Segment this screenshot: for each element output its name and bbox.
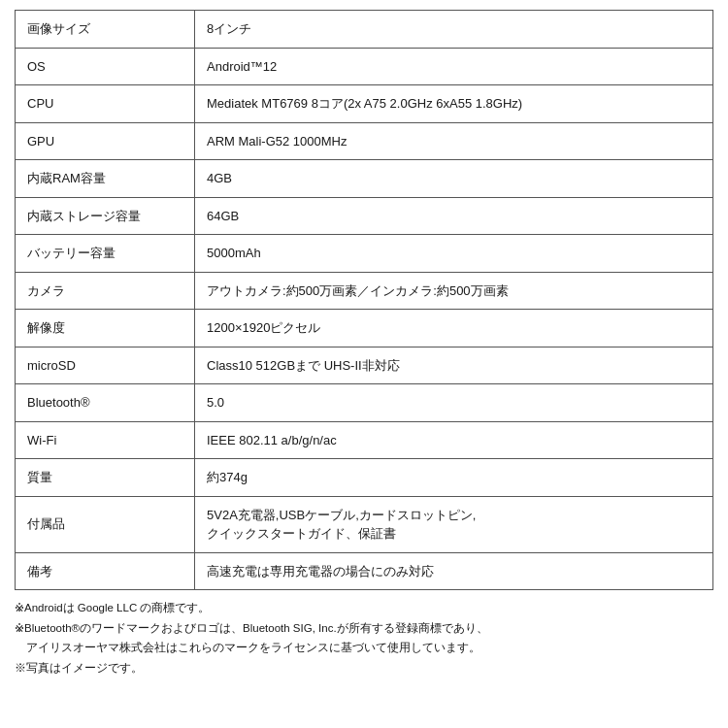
spec-label: 画像サイズ	[16, 11, 195, 49]
spec-label: microSD	[16, 347, 195, 384]
note-line: ※写真はイメージです。	[15, 658, 713, 678]
spec-label: CPU	[16, 85, 195, 123]
spec-value: 5.0	[195, 384, 713, 422]
spec-label: カメラ	[16, 272, 195, 310]
spec-value: Android™12	[195, 48, 713, 85]
note-line: アイリスオーヤマ株式会社はこれらのマークをライセンスに基づいて使用しています。	[15, 638, 713, 658]
table-row: 解像度1200×1920ピクセル	[16, 310, 713, 347]
spec-value: 5V2A充電器,USBケーブル,カードスロットピン,クイックスタートガイド、保証…	[195, 496, 713, 552]
spec-label: バッテリー容量	[16, 235, 195, 273]
spec-label: Bluetooth®	[16, 384, 195, 422]
table-row: OSAndroid™12	[16, 48, 713, 85]
spec-value: IEEE 802.11 a/b/g/n/ac	[195, 421, 713, 459]
table-row: Wi-FiIEEE 802.11 a/b/g/n/ac	[16, 421, 713, 459]
spec-label: 備考	[16, 552, 195, 590]
spec-label: 内蔵RAM容量	[16, 160, 195, 198]
spec-value: 64GB	[195, 197, 713, 235]
spec-label: 解像度	[16, 310, 195, 347]
table-row: microSDClass10 512GBまで UHS-II非対応	[16, 347, 713, 384]
spec-label: Wi-Fi	[16, 421, 195, 459]
spec-label: 付属品	[16, 496, 195, 552]
table-row: 質量約374g	[16, 459, 713, 497]
table-row: 画像サイズ8インチ	[16, 11, 713, 49]
spec-value: 4GB	[195, 160, 713, 198]
spec-value: 5000mAh	[195, 235, 713, 273]
spec-value: Class10 512GBまで UHS-II非対応	[195, 347, 713, 384]
table-row: 内蔵RAM容量4GB	[16, 160, 713, 198]
spec-value: ARM Mali-G52 1000MHz	[195, 122, 713, 160]
spec-value: 8インチ	[195, 11, 713, 49]
spec-label: 内蔵ストレージ容量	[16, 197, 195, 235]
table-row: 付属品5V2A充電器,USBケーブル,カードスロットピン,クイックスタートガイド…	[16, 496, 713, 552]
table-row: GPUARM Mali-G52 1000MHz	[16, 122, 713, 160]
spec-value: アウトカメラ:約500万画素／インカメラ:約500万画素	[195, 272, 713, 310]
spec-label: GPU	[16, 122, 195, 160]
note-line: ※Bluetooth®のワードマークおよびロゴは、Bluetooth SIG, …	[15, 618, 713, 639]
table-row: Bluetooth®5.0	[16, 384, 713, 422]
table-row: 内蔵ストレージ容量64GB	[16, 197, 713, 235]
notes-section: ※Androidは Google LLC の商標です。※Bluetooth®のワ…	[15, 598, 713, 678]
table-row: カメラアウトカメラ:約500万画素／インカメラ:約500万画素	[16, 272, 713, 310]
spec-value: 1200×1920ピクセル	[195, 310, 713, 347]
table-row: 備考高速充電は専用充電器の場合にのみ対応	[16, 552, 713, 590]
note-line: ※Androidは Google LLC の商標です。	[15, 598, 713, 618]
table-row: CPUMediatek MT6769 8コア(2x A75 2.0GHz 6xA…	[16, 85, 713, 123]
spec-label: 質量	[16, 459, 195, 497]
spec-table: 画像サイズ8インチOSAndroid™12CPUMediatek MT6769 …	[15, 10, 713, 590]
table-row: バッテリー容量5000mAh	[16, 235, 713, 273]
spec-label: OS	[16, 48, 195, 85]
spec-value: Mediatek MT6769 8コア(2x A75 2.0GHz 6xA55 …	[195, 85, 713, 123]
spec-value: 高速充電は専用充電器の場合にのみ対応	[195, 552, 713, 590]
spec-value: 約374g	[195, 459, 713, 497]
